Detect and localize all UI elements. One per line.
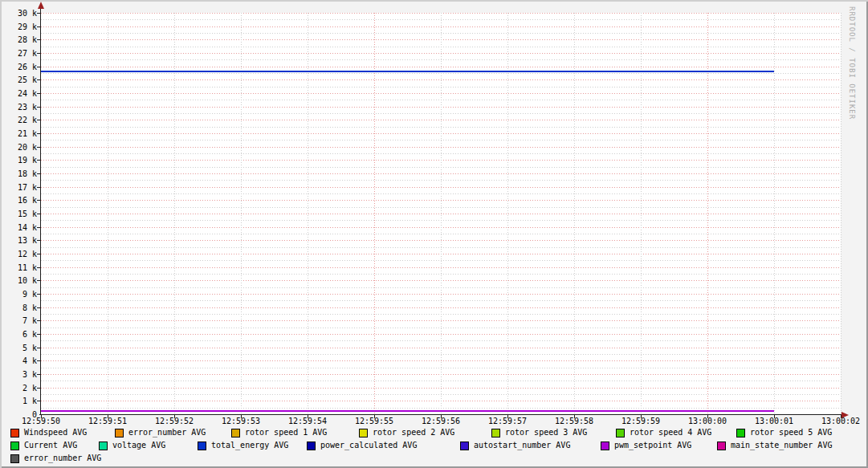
x-gridline-minor xyxy=(507,13,508,414)
y-axis-tick xyxy=(37,26,40,27)
y-axis-tick-label: 20 k xyxy=(3,143,37,152)
legend-label: Current AVG xyxy=(24,441,77,450)
y-axis-tick xyxy=(37,401,40,401)
x-axis-tick xyxy=(641,415,642,418)
y-axis-tick-label: 16 k xyxy=(3,196,37,205)
y-axis-tick-label: 17 k xyxy=(3,183,37,192)
y-axis-tick-label: 8 k xyxy=(3,303,37,312)
x-axis-tick xyxy=(374,415,375,418)
x-gridline-minor xyxy=(174,13,175,414)
y-axis-tick xyxy=(37,187,40,188)
x-axis-tick xyxy=(707,415,708,418)
x-axis-tick xyxy=(41,415,42,418)
y-axis-tick-label: 14 k xyxy=(3,223,37,232)
y-axis-tick xyxy=(37,200,40,201)
legend-label: rotor speed 4 AVG xyxy=(630,428,711,437)
x-axis-tick xyxy=(241,415,242,418)
legend-label: main_state_number AVG xyxy=(731,441,832,450)
legend-color-swatch xyxy=(717,442,726,450)
y-axis-tick xyxy=(37,320,40,321)
x-axis-tick xyxy=(841,415,842,418)
legend-label: autostart_number AVG xyxy=(474,441,570,450)
y-axis-tick xyxy=(37,120,40,120)
legend-color-swatch xyxy=(359,429,368,437)
y-axis-tick-label: 18 k xyxy=(3,169,37,178)
y-axis-tick xyxy=(37,374,40,375)
legend-color-swatch xyxy=(307,442,316,450)
y-axis-tick-label: 21 k xyxy=(3,129,37,138)
y-axis-tick-label: 30 k xyxy=(3,9,37,18)
y-axis-tick-label: 7 k xyxy=(3,316,37,325)
y-axis-tick-label: 6 k xyxy=(3,330,37,339)
legend-color-swatch xyxy=(231,429,240,437)
x-gridline-minor xyxy=(574,13,575,414)
x-axis-tick xyxy=(774,415,775,418)
y-axis-tick-label: 22 k xyxy=(3,116,37,124)
y-axis-tick-label: 9 k xyxy=(3,290,37,299)
y-axis-tick-label: 25 k xyxy=(3,75,37,84)
legend-label: rotor speed 5 AVG xyxy=(750,428,832,437)
legend-label: rotor speed 2 AVG xyxy=(373,428,454,437)
legend-color-swatch xyxy=(736,429,745,437)
legend-label: rotor speed 1 AVG xyxy=(245,428,327,437)
y-axis-tick-label: 27 k xyxy=(3,49,37,58)
x-axis-tick xyxy=(574,415,575,418)
legend-color-swatch xyxy=(601,442,609,450)
legend-label: Windspeed AVG xyxy=(24,428,87,437)
y-axis-line xyxy=(40,7,41,415)
rrdtool-watermark: RRDTOOL / TOBI OETIKER xyxy=(848,6,856,120)
x-gridline-major xyxy=(374,13,375,414)
y-axis-tick xyxy=(37,388,40,389)
y-axis-tick-label: 4 k xyxy=(3,356,37,365)
legend-color-swatch xyxy=(10,429,19,437)
legend-color-swatch xyxy=(460,442,469,450)
legend-color-swatch xyxy=(10,454,19,463)
y-axis-tick xyxy=(37,13,40,14)
y-axis-tick-label: 5 k xyxy=(3,344,37,352)
y-axis-tick xyxy=(37,254,40,254)
legend-color-swatch xyxy=(115,429,124,437)
x-gridline-minor xyxy=(441,13,442,414)
x-axis-tick xyxy=(441,415,442,418)
y-axis-tick xyxy=(37,160,40,161)
legend-label: total_energy AVG xyxy=(211,441,288,450)
y-axis-tick xyxy=(37,79,40,80)
y-axis-tick xyxy=(37,39,40,40)
y-axis-tick xyxy=(37,240,40,241)
y-axis-tick xyxy=(37,307,40,308)
y-axis-tick-label: 3 k xyxy=(3,370,37,379)
y-axis-tick xyxy=(37,147,40,148)
y-axis-tick xyxy=(37,53,40,54)
y-axis-tick xyxy=(37,214,40,214)
y-axis-tick-label: 19 k xyxy=(3,156,37,165)
y-axis-tick-label: 1 k xyxy=(3,397,37,405)
x-axis-tick xyxy=(108,415,108,418)
x-gridline-minor xyxy=(308,13,308,414)
y-axis-tick xyxy=(37,93,40,94)
x-gridline-minor xyxy=(774,13,775,414)
y-axis-tick-label: 11 k xyxy=(3,263,37,272)
legend-color-swatch xyxy=(616,429,625,437)
rrdtool-graph: 30 k29 k28 k27 k26 k25 k24 k23 k22 k21 k… xyxy=(0,0,868,468)
y-axis-tick xyxy=(37,360,40,361)
y-axis-tick-label: 15 k xyxy=(3,210,37,218)
y-axis-tick-label: 13 k xyxy=(3,236,37,245)
y-axis-tick xyxy=(37,227,40,228)
y-axis-tick-label: 26 k xyxy=(3,63,37,71)
x-gridline-major xyxy=(707,13,708,414)
y-axis-tick-label: 23 k xyxy=(3,103,37,112)
x-axis-tick xyxy=(308,415,308,418)
y-axis-tick xyxy=(37,348,40,348)
legend-label: error_number AVG xyxy=(24,454,101,463)
legend-label: error_number AVG xyxy=(128,428,206,437)
legend-color-swatch xyxy=(99,442,108,450)
legend-label: power_calculated AVG xyxy=(320,441,417,450)
x-axis-tick xyxy=(507,415,508,418)
legend-label: voltage AVG xyxy=(112,441,165,450)
y-axis-tick xyxy=(37,334,40,335)
legend-color-swatch xyxy=(10,442,19,450)
y-axis-tick xyxy=(37,133,40,134)
series-line-total_energy-avg xyxy=(41,71,774,72)
x-gridline-minor xyxy=(108,13,108,414)
y-axis-tick xyxy=(37,267,40,268)
